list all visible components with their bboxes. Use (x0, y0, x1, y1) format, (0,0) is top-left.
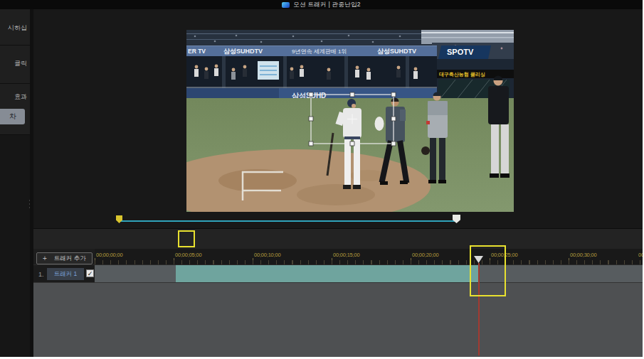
tracking-handle[interactable] (391, 92, 396, 97)
sidebar-partial-button[interactable]: 차 (0, 109, 25, 124)
sidebar-divider (0, 83, 30, 84)
add-tracker-label: 트래커 추가 (54, 254, 86, 263)
ruler-label: 00;00;30;00 (570, 252, 596, 258)
sidebar: 시하십 클릭 효과 차 (0, 9, 30, 357)
ruler-label: 00;00;15;00 (333, 252, 359, 258)
svg-text:삼성SUHDTV: 삼성SUHDTV (223, 48, 263, 55)
app-icon (282, 2, 290, 8)
track-lane[interactable] (95, 264, 643, 283)
tracking-handle[interactable] (309, 117, 313, 121)
tracking-handle[interactable] (350, 92, 354, 97)
tracking-clip-segment[interactable] (176, 265, 479, 283)
track-enabled-checkbox[interactable]: ✓ (86, 269, 94, 277)
add-tracker-button[interactable]: + 트래커 추가 (36, 252, 93, 264)
sidebar-item-3: 효과 (0, 92, 27, 102)
track-name-field[interactable]: 트래커 1 (47, 268, 84, 280)
sidebar-panel: 시하십 클릭 효과 차 (0, 9, 30, 135)
svg-text:삼성SUHDTV: 삼성SUHDTV (377, 48, 416, 55)
seek-bar[interactable] (120, 220, 458, 222)
sidebar-item-2: 클릭 (0, 59, 27, 68)
tracking-handle[interactable] (309, 92, 313, 97)
ruler-label: 00;00;20;00 (412, 252, 438, 258)
svg-text:ER TV: ER TV (188, 48, 206, 55)
app-window: 모션 트래커 | 관중난입2 시하십 클릭 효과 차 (0, 0, 643, 357)
highlight-box-playhead (470, 245, 506, 296)
umpire-figure (488, 76, 510, 178)
ruler-label: 00;00;00;00 (96, 252, 122, 258)
tracking-handle[interactable] (391, 141, 396, 146)
spotv-logo: SPOTV (438, 45, 491, 59)
stadium-banner: ER TV 삼성SUHDTV 9년연속 세계판매 1위 삼성SUHDTV (186, 45, 437, 56)
video-frame: ER TV 삼성SUHDTV 9년연속 세계판매 1위 삼성SUHDTV SPO… (186, 30, 514, 212)
sidebar-item-1: 시하십 (0, 23, 27, 33)
timeline-empty-area[interactable] (33, 282, 643, 357)
plus-icon: + (43, 254, 47, 262)
window-title: 모션 트래커 | 관중난입2 (293, 1, 361, 9)
tracking-handle[interactable] (391, 117, 396, 121)
tracking-handle[interactable] (350, 141, 354, 146)
sidebar-divider (0, 45, 30, 45)
track-row-header: 1. 트래커 1 ✓ (33, 264, 95, 283)
tracking-handle[interactable] (309, 141, 313, 146)
ruler-label: 00;00;05;00 (175, 252, 201, 258)
transport-bar: 트랙 ▷ □ ◁ ▷ ▷▷ 00; 00; 24; 43 (33, 229, 643, 250)
svg-text:대구축산농협 클리싱: 대구축산농협 클리싱 (439, 72, 485, 77)
track-index: 1. (38, 271, 44, 278)
svg-text:SPOTV: SPOTV (447, 48, 474, 56)
ruler-label: 00;00;10;00 (254, 252, 280, 258)
ruler-label: 00;00;35;00 (638, 252, 643, 258)
video-preview[interactable]: ER TV 삼성SUHDTV 9년연속 세계판매 1위 삼성SUHDTV SPO… (186, 30, 514, 212)
timeline-ruler[interactable]: 00;00;00;00 00;00;05;00 00;00;10;00 00;0… (95, 249, 643, 264)
title-bar: 모션 트래커 | 관중난입2 (0, 0, 643, 9)
svg-text:9년연속 세계판매 1위: 9년연속 세계판매 1위 (292, 48, 347, 55)
highlight-box-keyframe-button (178, 230, 195, 247)
